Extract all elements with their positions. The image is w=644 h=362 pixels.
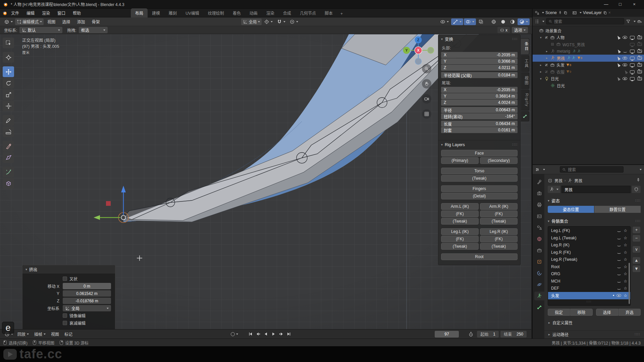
pose-position-button[interactable]: 姿态位置 [548,206,594,213]
visibility-closed-icon[interactable] [617,237,621,239]
properties-search-input[interactable]: 搜索 [560,166,624,173]
visibility-toggle-icon[interactable] [637,77,642,80]
viewport-menu-item[interactable]: 视图 [44,18,58,25]
visibility-toggle-icon[interactable] [616,56,621,60]
visibility-toggle-icon[interactable] [630,43,635,46]
viewport-toggle-button[interactable] [451,18,463,25]
visibility-closed-icon[interactable] [617,280,621,283]
solo-star-icon[interactable]: ☆ [624,279,627,284]
rig-layer-button[interactable]: (Tweak) [441,243,479,250]
rig-layer-button[interactable]: (FK) [441,236,479,242]
transform-field[interactable]: X-0.2035 m [441,87,518,93]
properties-tab[interactable] [534,257,544,266]
rig-layer-button[interactable]: Face [441,150,518,157]
orientation-select[interactable]: 默认 [19,27,62,33]
blender-logo-icon[interactable] [2,10,7,16]
playback-button[interactable] [285,331,292,338]
properties-tab[interactable] [534,303,544,312]
expander-icon[interactable]: ▸ [540,70,544,73]
rig-layer-button[interactable]: (Tweak) [480,218,518,225]
visibility-closed-icon[interactable] [617,265,621,268]
workspace-tab[interactable]: 雕刻 [164,8,181,17]
new-scene-icon[interactable] [564,11,568,15]
visibility-toggle-icon[interactable] [630,77,635,80]
rig-layer-button[interactable]: (Detail) [441,193,518,199]
custom-properties-panel[interactable]: ▸自定义属性 [548,318,641,327]
transform-field[interactable]: Z4.0024 m [441,100,518,106]
bone-collection-row[interactable]: MCH • ☆ [548,278,630,285]
expander-icon[interactable]: ▸ [546,56,550,60]
pose-position-button[interactable]: 静置位置 [594,206,641,213]
list-scrollbar[interactable] [629,263,630,304]
visibility-toggle-icon[interactable] [630,70,635,74]
workspace-tab[interactable]: 脚本 [320,8,337,17]
bone-collection-row[interactable]: Leg.R (IK) • ☆ [548,242,630,249]
tool-button[interactable] [3,141,14,152]
pose-panel-header[interactable]: ▾姿态∷∷ [548,196,641,204]
n-panel-tab[interactable]: 视图 [521,72,529,89]
bone-collection-row[interactable]: 头发 • ☆ [548,292,630,299]
specials-menu-button[interactable]: ∨ [632,246,641,253]
shading-mode-button[interactable] [489,18,498,25]
visibility-toggle-icon[interactable] [630,50,635,53]
tool-button[interactable] [3,101,14,111]
solo-star-icon[interactable]: ☆ [624,243,627,247]
visibility-toggle-icon[interactable] [624,69,628,74]
viewport-nav-button[interactable] [422,64,431,73]
visibility-toggle-icon[interactable] [623,50,627,53]
move-value-field[interactable]: -0.018768 m [63,298,111,304]
outliner-row[interactable]: ▸ 头发 8 [533,62,644,69]
bone-collection-row[interactable]: Root • ☆ [548,263,630,270]
add-collection-button[interactable]: + [632,226,641,234]
visibility-toggle-icon[interactable] [616,35,621,40]
outliner-row[interactable]: WGTS_男孩 [533,41,644,48]
transform-field[interactable]: 封套0.0161 m [441,127,518,133]
visibility-toggle-icon[interactable] [630,57,635,60]
visibility-toggle-icon[interactable] [630,36,635,39]
snap-toggle[interactable] [275,18,287,25]
outliner-row[interactable]: ▸ metarig [533,48,644,55]
minimize-button[interactable]: — [599,0,613,8]
properties-tab[interactable] [534,200,544,209]
rig-layer-button[interactable]: (FK) [480,210,518,217]
bone-collection-row[interactable]: Leg.L (FK) • ☆ [548,227,630,235]
visibility-toggle-icon[interactable] [616,63,621,67]
outliner-display-mode-icon[interactable] [535,19,539,24]
rig-layer-button[interactable]: Leg.L (IK) [441,228,479,235]
viewport-menu-item[interactable]: 选择 [59,18,73,25]
properties-tab[interactable] [534,269,544,278]
properties-tab[interactable] [534,280,544,289]
expander-icon[interactable]: ▸ [546,50,550,53]
workspace-tab[interactable]: 建模 [148,8,164,17]
deselect-button[interactable]: 弃选 [619,309,641,316]
name-input[interactable]: 男孩 [561,186,631,193]
scene-icon[interactable] [535,10,539,15]
menu-item[interactable]: 窗口 [54,9,69,17]
visibility-closed-icon[interactable] [617,258,621,261]
close-button[interactable]: × [627,0,641,8]
n-panel-tab[interactable]: Rigify [521,89,529,111]
rig-layer-button[interactable]: (Tweak) [441,218,479,225]
outliner-search-input[interactable]: 搜索 [546,18,624,24]
visibility-toggle-icon[interactable] [637,63,642,67]
properties-tab[interactable] [534,212,544,221]
viewport-menu-item[interactable]: 骨架 [89,18,103,25]
move-value-field[interactable]: 0.061542 m [63,290,111,297]
rig-layer-button[interactable]: Leg.R (IK) [480,228,518,235]
bone-collection-row[interactable]: Leg.R (FK) • ☆ [548,249,630,256]
transform-field[interactable]: 长度0.06434 m [441,121,518,127]
outliner-row[interactable]: 日光 [533,82,644,89]
rig-layers-panel-header[interactable]: ▾Rig Layers∷∷ [438,140,520,149]
pin-icon[interactable] [636,178,641,182]
playback-button[interactable] [247,331,254,338]
outliner-row[interactable]: ▾ 人物 [533,34,644,41]
rig-layer-button[interactable]: Root [441,253,518,260]
new-collection-icon[interactable] [637,19,642,24]
rig-layer-button[interactable]: Arm.R (IK) [480,203,518,210]
id-type-icon[interactable] [548,186,560,193]
operator-panel-header[interactable]: ▾挤出 [22,265,115,274]
pin-icon[interactable] [558,11,562,15]
shading-mode-button[interactable] [518,18,530,25]
visibility-toggle-icon[interactable] [637,70,642,73]
add-workspace-button[interactable]: + [337,10,346,17]
